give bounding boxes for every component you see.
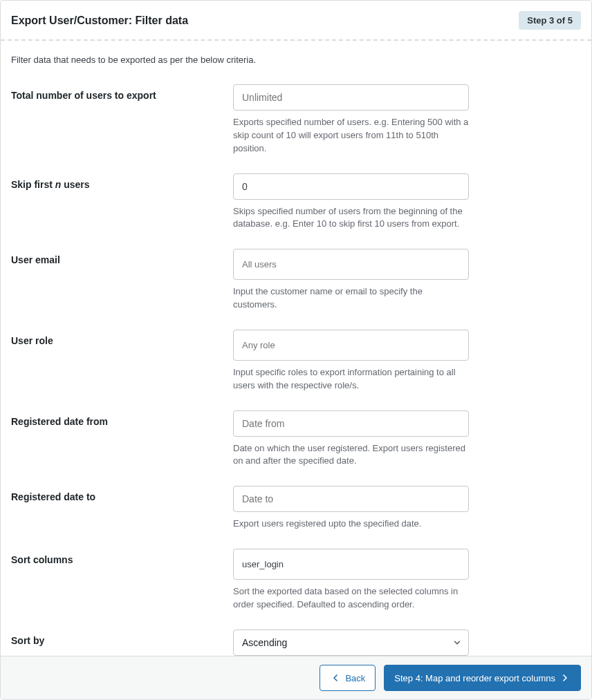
back-button[interactable]: Back [320, 665, 376, 691]
chevron-left-icon [330, 672, 341, 683]
label-skip: Skip first n users [11, 173, 233, 231]
field-row-date-to: Registered date to Export users register… [11, 486, 581, 531]
user-email-placeholder: All users [242, 259, 277, 269]
label-date-to: Registered date to [11, 486, 233, 531]
user-email-input[interactable]: All users [233, 249, 469, 280]
field-row-skip: Skip first n users Skips specified numbe… [11, 173, 581, 231]
field-row-date-from: Registered date from Date on which the u… [11, 410, 581, 469]
label-skip-post: users [61, 179, 89, 190]
field-row-email: User email All users Input the customer … [11, 249, 581, 312]
skip-count-input[interactable] [233, 173, 469, 200]
label-sort-by: Sort by [11, 630, 233, 656]
field-row-sort-by: Sort by Ascending Defaulted to Ascending… [11, 630, 581, 656]
control-sort-cols: user_login Sort the exported data based … [233, 549, 469, 612]
panel-footer: Back Step 4: Map and reorder export colu… [1, 656, 591, 699]
sort-columns-input[interactable]: user_login [233, 549, 469, 580]
label-skip-pre: Skip first [11, 179, 55, 190]
help-skip: Skips specified number of users from the… [233, 205, 469, 231]
help-email: Input the customer name or email to spec… [233, 285, 469, 312]
control-email: All users Input the customer name or ema… [233, 249, 469, 312]
label-total: Total number of users to export [11, 84, 233, 155]
control-skip: Skips specified number of users from the… [233, 173, 469, 231]
sort-column-tag: user_login [242, 559, 284, 569]
control-total: Exports specified number of users. e.g. … [233, 84, 469, 155]
label-date-from: Registered date from [11, 410, 233, 469]
next-step-label: Step 4: Map and reorder export columns [394, 673, 555, 683]
control-sort-by: Ascending Defaulted to Ascending. Applic… [233, 630, 469, 656]
label-email: User email [11, 249, 233, 312]
help-role: Input specific roles to export informati… [233, 366, 469, 392]
control-date-from: Date on which the user registered. Expor… [233, 410, 469, 469]
field-row-role: User role Any role Input specific roles … [11, 330, 581, 392]
user-role-input[interactable]: Any role [233, 330, 469, 361]
field-row-total: Total number of users to export Exports … [11, 84, 581, 155]
control-role: Any role Input specific roles to export … [233, 330, 469, 392]
export-wizard-panel: Export User/Customer: Filter data Step 3… [0, 0, 592, 700]
label-role: User role [11, 330, 233, 392]
help-date-to: Export users registered upto the specifi… [233, 518, 469, 531]
step-badge: Step 3 of 5 [519, 11, 581, 30]
help-total: Exports specified number of users. e.g. … [233, 116, 469, 155]
date-to-input[interactable] [233, 486, 469, 512]
user-role-placeholder: Any role [242, 340, 275, 350]
panel-content: Filter data that needs to be exported as… [1, 41, 591, 656]
sort-by-select-wrap: Ascending [233, 630, 469, 656]
page-description: Filter data that needs to be exported as… [11, 55, 581, 65]
help-date-from: Date on which the user registered. Expor… [233, 442, 469, 469]
sort-by-select[interactable]: Ascending [233, 630, 469, 656]
help-sort-cols: Sort the exported data based on the sele… [233, 585, 469, 612]
next-step-button[interactable]: Step 4: Map and reorder export columns [384, 665, 581, 691]
date-from-input[interactable] [233, 410, 469, 437]
panel-header: Export User/Customer: Filter data Step 3… [1, 1, 591, 41]
label-sort-cols: Sort columns [11, 549, 233, 612]
page-title: Export User/Customer: Filter data [11, 15, 188, 27]
field-row-sort-cols: Sort columns user_login Sort the exporte… [11, 549, 581, 612]
back-button-label: Back [345, 673, 365, 683]
total-users-input[interactable] [233, 84, 469, 111]
control-date-to: Export users registered upto the specifi… [233, 486, 469, 531]
chevron-right-icon [559, 672, 571, 683]
